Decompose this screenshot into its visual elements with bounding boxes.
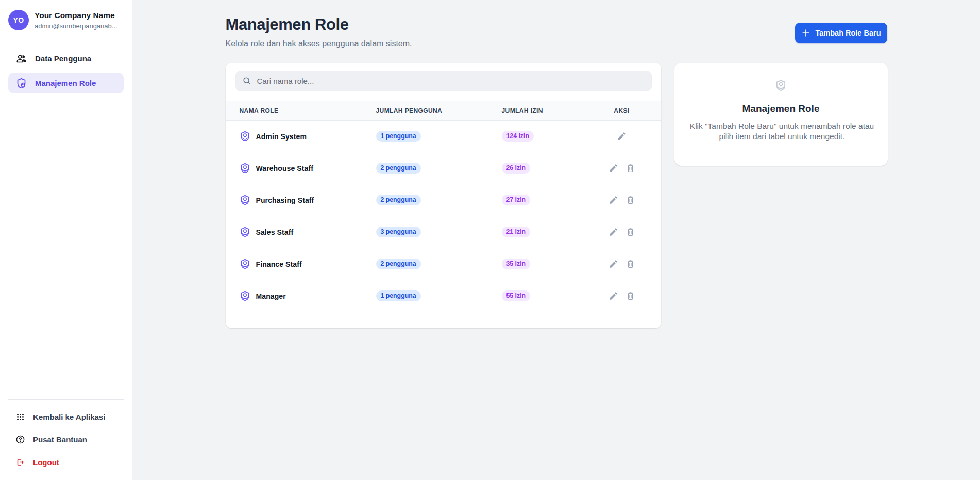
shield-user-icon — [240, 227, 250, 237]
shield-user-icon — [240, 195, 250, 205]
logout-icon — [16, 458, 25, 467]
shield-user-icon — [240, 290, 250, 301]
users-count-cell: 3 pengguna — [376, 227, 502, 237]
shield-user-badge-icon — [16, 78, 27, 89]
role-name-cell: Sales Staff — [240, 227, 376, 237]
panel-description: Klik "Tambah Role Baru" untuk menambah r… — [687, 121, 877, 142]
users-count-badge: 1 pengguna — [376, 131, 421, 142]
edit-pencil-icon[interactable] — [609, 291, 618, 301]
shield-user-icon — [240, 163, 250, 174]
permissions-count-cell: 35 izin — [502, 259, 593, 269]
table-row[interactable]: Purchasing Staff2 pengguna27 izin — [226, 184, 661, 216]
users-count-cell: 2 pengguna — [376, 163, 502, 174]
main-content: Manajemen Role Kelola role dan hak akses… — [132, 0, 980, 480]
users-count-cell: 2 pengguna — [376, 195, 502, 205]
page-title: Manajemen Role — [226, 15, 412, 34]
role-name-cell: Finance Staff — [240, 259, 376, 269]
edit-pencil-icon[interactable] — [617, 131, 627, 141]
permissions-count-cell: 124 izin — [502, 131, 593, 142]
column-header-jumlah-pengguna: JUMLAH PENGGUNA — [376, 107, 502, 114]
sidebar-item-label: Pusat Bantuan — [33, 435, 87, 444]
column-header-jumlah-izin: JUMLAH IZIN — [502, 107, 593, 114]
table-row[interactable]: Finance Staff2 pengguna35 izin — [226, 248, 661, 280]
role-name: Finance Staff — [256, 260, 302, 268]
column-header-nama-role: NAMA ROLE — [240, 107, 376, 114]
table-row[interactable]: Warehouse Staff2 pengguna26 izin — [226, 152, 661, 184]
company-name: Your Company Name — [35, 11, 117, 20]
sidebar-item-manajemen-role[interactable]: Manajemen Role — [8, 73, 124, 93]
permissions-count-badge: 35 izin — [502, 259, 531, 269]
sidebar-footer: Kembali ke Aplikasi Pusat Bantuan Logo — [8, 399, 124, 471]
edit-pencil-icon[interactable] — [609, 227, 618, 237]
shield-user-icon — [775, 79, 787, 91]
users-count-cell: 2 pengguna — [376, 259, 502, 269]
company-profile-text: Your Company Name admin@sumberpanganab..… — [35, 11, 117, 30]
role-name-cell: Warehouse Staff — [240, 163, 376, 174]
row-actions — [593, 227, 651, 237]
search-box — [235, 71, 652, 91]
sidebar: YO Your Company Name admin@sumberpangana… — [0, 0, 132, 480]
table-row[interactable]: Sales Staff3 pengguna21 izin — [226, 216, 661, 248]
delete-trash-icon[interactable] — [626, 259, 635, 269]
users-count-cell: 1 pengguna — [376, 290, 502, 301]
users-count-badge: 3 pengguna — [376, 227, 421, 237]
shield-user-icon — [240, 259, 250, 269]
delete-trash-icon[interactable] — [626, 227, 635, 237]
role-name: Admin System — [256, 132, 307, 141]
page-subtitle: Kelola role dan hak akses pengguna dalam… — [226, 39, 412, 48]
row-actions — [593, 131, 651, 141]
permissions-count-cell: 26 izin — [502, 163, 593, 174]
edit-pencil-icon[interactable] — [609, 195, 618, 205]
users-count-cell: 1 pengguna — [376, 131, 502, 142]
sidebar-divider — [8, 399, 124, 400]
grid-dots-icon — [16, 413, 25, 421]
edit-pencil-icon[interactable] — [609, 163, 618, 173]
users-count-badge: 2 pengguna — [376, 259, 421, 269]
role-name: Manager — [256, 292, 286, 300]
search-input[interactable] — [235, 71, 652, 91]
page-header: Manajemen Role Kelola role dan hak akses… — [226, 15, 887, 48]
users-count-badge: 2 pengguna — [376, 163, 421, 174]
table-row[interactable]: Manager1 pengguna55 izin — [226, 280, 661, 312]
delete-trash-icon[interactable] — [626, 291, 635, 301]
delete-trash-icon[interactable] — [626, 195, 635, 205]
role-name-cell: Manager — [240, 290, 376, 301]
role-name-cell: Purchasing Staff — [240, 195, 376, 205]
plus-icon — [801, 28, 810, 38]
table-header-row: NAMA ROLE JUMLAH PENGGUNA JUMLAH IZIN AK… — [226, 101, 661, 121]
role-name: Sales Staff — [256, 228, 294, 236]
sidebar-item-label: Logout — [33, 458, 59, 467]
sidebar-nav: Data Pengguna Manajemen Role — [8, 48, 124, 93]
content-grid: NAMA ROLE JUMLAH PENGGUNA JUMLAH IZIN AK… — [226, 63, 887, 328]
sidebar-item-kembali-ke-aplikasi[interactable]: Kembali ke Aplikasi — [8, 407, 124, 426]
shield-user-icon — [240, 131, 250, 142]
add-role-button[interactable]: Tambah Role Baru — [795, 23, 887, 43]
role-name: Warehouse Staff — [256, 164, 313, 173]
users-icon — [16, 53, 27, 64]
sidebar-item-label: Kembali ke Aplikasi — [33, 413, 105, 421]
panel-title: Manajemen Role — [687, 103, 875, 114]
edit-pencil-icon[interactable] — [609, 259, 618, 269]
permissions-count-cell: 21 izin — [502, 227, 593, 237]
logout-button[interactable]: Logout — [8, 453, 124, 471]
permissions-count-cell: 55 izin — [502, 290, 593, 301]
table-body: Admin System1 pengguna124 izinWarehouse … — [226, 121, 661, 312]
sidebar-item-pusat-bantuan[interactable]: Pusat Bantuan — [8, 430, 124, 449]
permissions-count-cell: 27 izin — [502, 195, 593, 205]
sidebar-item-label: Data Pengguna — [35, 54, 91, 63]
row-actions — [593, 259, 651, 269]
permissions-count-badge: 124 izin — [502, 131, 534, 142]
permissions-count-badge: 27 izin — [502, 195, 531, 205]
detail-panel: Manajemen Role Klik "Tambah Role Baru" u… — [674, 63, 888, 166]
row-actions — [593, 163, 651, 173]
table-row[interactable]: Admin System1 pengguna124 izin — [226, 121, 661, 152]
table-footer — [226, 312, 661, 328]
delete-trash-icon[interactable] — [626, 163, 635, 173]
sidebar-item-data-pengguna[interactable]: Data Pengguna — [8, 48, 124, 68]
role-table-card: NAMA ROLE JUMLAH PENGGUNA JUMLAH IZIN AK… — [226, 63, 661, 328]
users-count-badge: 2 pengguna — [376, 195, 421, 205]
row-actions — [593, 291, 651, 301]
permissions-count-badge: 21 izin — [502, 227, 531, 237]
sidebar-item-label: Manajemen Role — [35, 79, 96, 88]
help-circle-icon — [16, 435, 25, 444]
